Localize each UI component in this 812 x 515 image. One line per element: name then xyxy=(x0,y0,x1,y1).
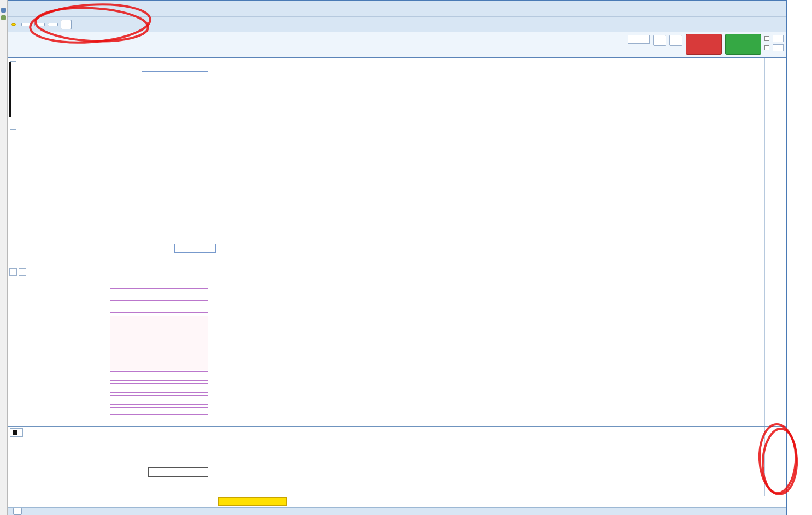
crosshair-date-label xyxy=(218,497,287,506)
chart-options-button[interactable] xyxy=(61,20,72,29)
sma20-tooltip xyxy=(110,407,208,413)
positions-panel xyxy=(8,126,786,267)
time-axis xyxy=(8,496,786,507)
boll-middle-tooltip xyxy=(110,395,208,405)
account-info-bar xyxy=(8,32,786,58)
positions-bar-chart[interactable] xyxy=(8,126,764,267)
price-chart-panel xyxy=(8,267,786,427)
stop-pips-input[interactable] xyxy=(773,44,784,51)
equity-panel-title xyxy=(10,60,16,62)
charts-area xyxy=(8,58,786,507)
limit-pips-input[interactable] xyxy=(773,35,784,42)
boll-up-tooltip xyxy=(110,292,208,301)
positions-plot[interactable] xyxy=(8,126,764,267)
add-indicator-icon[interactable] xyxy=(9,268,17,276)
positions-tooltip xyxy=(174,244,216,253)
stop-limit-pips-group xyxy=(764,35,785,51)
indicator-color-chip xyxy=(13,430,17,435)
price-axis xyxy=(764,267,786,426)
stop-order-button[interactable] xyxy=(669,35,682,46)
buy-button[interactable] xyxy=(725,34,761,55)
positions-panel-title xyxy=(10,128,16,130)
sell-button[interactable] xyxy=(686,34,722,55)
trading-platform-window xyxy=(0,0,812,515)
equity-curve-plot[interactable] xyxy=(8,58,764,126)
positions-axis xyxy=(764,126,786,267)
boll-up-tooltip xyxy=(110,304,208,313)
order-entry-widget xyxy=(625,34,785,55)
indicator-line-chart[interactable] xyxy=(8,427,764,496)
limit-pips-checkbox[interactable] xyxy=(764,36,769,41)
indicators-dropdown[interactable] xyxy=(13,508,22,515)
quantity-input[interactable] xyxy=(628,35,650,44)
custom-indicator-panel xyxy=(8,427,786,496)
expand-panel-icon[interactable] xyxy=(19,268,26,276)
equity-tooltip xyxy=(142,71,208,80)
units-selector[interactable] xyxy=(48,23,58,26)
side-panel-fragment xyxy=(787,0,812,515)
equity-curve-panel xyxy=(8,58,786,126)
drawing-object-fragment xyxy=(9,62,11,117)
stop-group xyxy=(669,34,682,46)
stop-pips-checkbox[interactable] xyxy=(764,45,769,50)
instrument-toolbar xyxy=(8,17,786,32)
timeframe-selector[interactable] xyxy=(34,23,45,26)
chart-workspace-window xyxy=(8,0,787,515)
boll-down-tooltip xyxy=(110,414,208,423)
boll-up-tooltip xyxy=(110,280,208,289)
qty-group xyxy=(628,34,650,44)
boll-middle-tooltip xyxy=(110,371,208,381)
drawing-toolbar xyxy=(8,1,786,17)
indicator-axis xyxy=(764,427,786,496)
price-chart-plot[interactable] xyxy=(8,267,764,426)
background-window-left-fragment xyxy=(0,0,8,515)
price-chart-legend xyxy=(8,267,764,277)
limit-order-button[interactable] xyxy=(653,35,666,46)
demo-account-badge xyxy=(11,23,16,26)
background-icon-fragment xyxy=(1,8,6,13)
limit-group xyxy=(653,34,666,46)
equity-axis xyxy=(764,58,786,126)
symbol-selector[interactable] xyxy=(21,23,32,26)
background-icon-fragment xyxy=(1,15,6,20)
boll-middle-tooltip xyxy=(110,383,208,393)
bottom-toolbar xyxy=(8,507,786,515)
indicator-panel-title xyxy=(10,428,23,437)
ohlc-tooltip xyxy=(110,316,208,370)
equity-curve-chart[interactable] xyxy=(8,58,764,126)
indicator-plot[interactable] xyxy=(8,427,764,496)
indicator-tooltip xyxy=(148,467,208,477)
crosshair-line xyxy=(252,58,252,496)
